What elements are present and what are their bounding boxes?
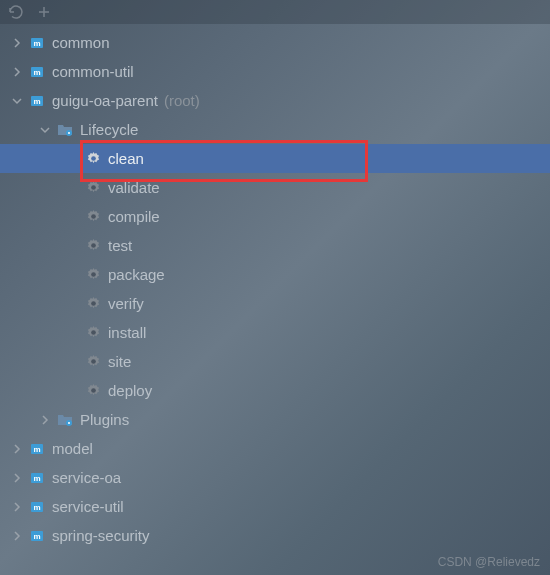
tree-item-label: Plugins (80, 411, 129, 428)
maven-tree: m common m common-util m guigu-oa-parent… (0, 24, 550, 550)
gear-icon (84, 353, 102, 371)
gear-icon (84, 208, 102, 226)
gear-icon (84, 237, 102, 255)
toolbar-add-icon[interactable] (36, 4, 52, 20)
tree-item-label: common (52, 34, 110, 51)
tree-item-label: service-util (52, 498, 124, 515)
svg-point-11 (91, 243, 96, 248)
tree-item-guigu-oa-parent[interactable]: m guigu-oa-parent (root) (0, 86, 550, 115)
chevron-down-icon[interactable] (38, 123, 52, 137)
svg-point-14 (91, 330, 96, 335)
svg-point-10 (91, 214, 96, 219)
maven-module-icon: m (28, 92, 46, 110)
svg-point-18 (68, 422, 70, 424)
tree-item-suffix: (root) (164, 92, 200, 109)
tree-item-validate[interactable]: validate (0, 173, 550, 202)
maven-module-icon: m (28, 440, 46, 458)
tree-item-label: test (108, 237, 132, 254)
chevron-right-icon[interactable] (10, 65, 24, 79)
tree-item-plugins[interactable]: Plugins (0, 405, 550, 434)
chevron-right-icon[interactable] (10, 471, 24, 485)
tree-item-model[interactable]: m model (0, 434, 550, 463)
svg-text:m: m (33, 474, 40, 483)
tree-item-service-oa[interactable]: m service-oa (0, 463, 550, 492)
tree-item-label: site (108, 353, 131, 370)
tree-item-verify[interactable]: verify (0, 289, 550, 318)
tree-item-spring-security[interactable]: m spring-security (0, 521, 550, 550)
svg-point-13 (91, 301, 96, 306)
svg-point-8 (91, 156, 96, 161)
chevron-right-icon[interactable] (10, 529, 24, 543)
tree-item-common[interactable]: m common (0, 28, 550, 57)
chevron-right-icon[interactable] (10, 36, 24, 50)
tree-item-label: model (52, 440, 93, 457)
tree-item-label: package (108, 266, 165, 283)
svg-point-12 (91, 272, 96, 277)
watermark: CSDN @Relievedz (438, 555, 540, 569)
svg-text:m: m (33, 68, 40, 77)
svg-point-9 (91, 185, 96, 190)
svg-point-7 (68, 132, 70, 134)
svg-text:m: m (33, 39, 40, 48)
maven-module-icon: m (28, 527, 46, 545)
tree-item-label: verify (108, 295, 144, 312)
maven-module-icon: m (28, 63, 46, 81)
maven-module-icon: m (28, 498, 46, 516)
svg-point-16 (91, 388, 96, 393)
svg-text:m: m (33, 532, 40, 541)
svg-point-15 (91, 359, 96, 364)
svg-text:m: m (33, 503, 40, 512)
tree-item-test[interactable]: test (0, 231, 550, 260)
maven-module-icon: m (28, 34, 46, 52)
tree-item-label: guigu-oa-parent (52, 92, 158, 109)
folder-gear-icon (56, 121, 74, 139)
tree-item-package[interactable]: package (0, 260, 550, 289)
tree-item-site[interactable]: site (0, 347, 550, 376)
tree-item-label: deploy (108, 382, 152, 399)
folder-gear-icon (56, 411, 74, 429)
tree-item-label: clean (108, 150, 144, 167)
tree-item-label: compile (108, 208, 160, 225)
tree-item-label: spring-security (52, 527, 150, 544)
chevron-right-icon[interactable] (10, 442, 24, 456)
gear-icon (84, 150, 102, 168)
tree-item-label: install (108, 324, 146, 341)
tree-item-compile[interactable]: compile (0, 202, 550, 231)
toolbar-refresh-icon[interactable] (8, 4, 24, 20)
svg-text:m: m (33, 445, 40, 454)
toolbar (0, 0, 550, 24)
tree-item-lifecycle[interactable]: Lifecycle (0, 115, 550, 144)
svg-text:m: m (33, 97, 40, 106)
tree-item-install[interactable]: install (0, 318, 550, 347)
gear-icon (84, 266, 102, 284)
tree-item-deploy[interactable]: deploy (0, 376, 550, 405)
chevron-down-icon[interactable] (10, 94, 24, 108)
tree-item-common-util[interactable]: m common-util (0, 57, 550, 86)
tree-item-label: Lifecycle (80, 121, 138, 138)
tree-item-clean[interactable]: clean (0, 144, 550, 173)
tree-item-label: common-util (52, 63, 134, 80)
gear-icon (84, 179, 102, 197)
gear-icon (84, 324, 102, 342)
gear-icon (84, 382, 102, 400)
tree-item-label: service-oa (52, 469, 121, 486)
gear-icon (84, 295, 102, 313)
chevron-right-icon[interactable] (10, 500, 24, 514)
tree-item-label: validate (108, 179, 160, 196)
tree-item-service-util[interactable]: m service-util (0, 492, 550, 521)
chevron-right-icon[interactable] (38, 413, 52, 427)
maven-module-icon: m (28, 469, 46, 487)
